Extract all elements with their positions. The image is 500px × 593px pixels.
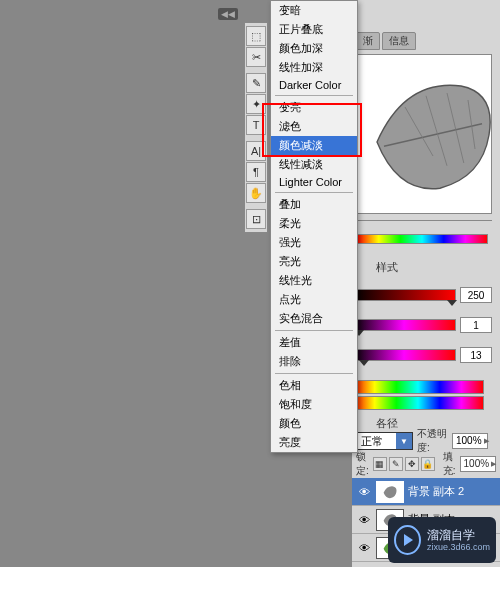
visibility-toggle-icon[interactable]: 👁 (356, 540, 372, 556)
tool-button-2[interactable]: ✂ (246, 47, 266, 67)
menu-item[interactable]: 排除 (271, 352, 357, 371)
menu-item[interactable]: 变暗 (271, 1, 357, 20)
dropdown-arrow-icon: ▼ (396, 433, 412, 449)
color-slider[interactable] (352, 289, 456, 301)
visibility-toggle-icon[interactable]: 👁 (356, 484, 372, 500)
tool-strip: ⬚ ✂ ✎ ✦ T A| ¶ ✋ ⊡ (244, 22, 268, 233)
menu-item[interactable]: 线性加深 (271, 58, 357, 77)
lock-label: 锁定: (356, 450, 369, 478)
hue-bar-2[interactable] (352, 396, 484, 410)
menu-item[interactable]: 差值 (271, 333, 357, 352)
layer-row[interactable]: 👁 背景 副本 2 (352, 478, 500, 506)
tool-button-6[interactable]: A| (246, 141, 266, 161)
styles-panel-header[interactable]: 样式 (370, 258, 492, 276)
layer-name: 背景 副本 2 (408, 484, 496, 499)
color-panel (352, 220, 492, 246)
chevron-right-icon: ▶ (491, 456, 496, 472)
menu-item[interactable]: 变亮 (271, 98, 357, 117)
color-slider[interactable] (352, 319, 456, 331)
play-icon (394, 525, 421, 555)
panel-collapse-button[interactable]: ◀◀ (218, 8, 238, 20)
menu-item[interactable]: 点光 (271, 290, 357, 309)
tool-button-7[interactable]: ¶ (246, 162, 266, 182)
tab-info[interactable]: 信息 (382, 32, 416, 50)
menu-separator (275, 192, 353, 193)
menu-item[interactable]: 线性光 (271, 271, 357, 290)
layer-thumbnail[interactable] (376, 481, 404, 503)
lock-position-icon[interactable]: ✥ (405, 457, 419, 471)
menu-item[interactable]: 柔光 (271, 214, 357, 233)
menu-item[interactable]: 颜色加深 (271, 39, 357, 58)
chevron-right-icon: ▶ (484, 433, 489, 449)
menu-separator (275, 330, 353, 331)
menu-item[interactable]: 强光 (271, 233, 357, 252)
menu-item[interactable]: 颜色 (271, 414, 357, 433)
lock-pixels-icon[interactable]: ✎ (389, 457, 403, 471)
menu-item[interactable]: Lighter Color (271, 174, 357, 190)
tool-button-1[interactable]: ⬚ (246, 26, 266, 46)
menu-item[interactable]: 色相 (271, 376, 357, 395)
tool-button-3[interactable]: ✎ (246, 73, 266, 93)
watermark-url: zixue.3d66.com (427, 542, 490, 552)
watermark-title: 溜溜自学 (427, 528, 490, 542)
tool-button-9[interactable]: ⊡ (246, 209, 266, 229)
right-panel: 渐 信息 样式 250 1 13 各径 正常 ▼ 不透明度: 100%▶ (352, 0, 500, 593)
tab-canvas[interactable]: 渐 (356, 32, 380, 50)
blend-mode-menu: 变暗 正片叠底 颜色加深 线性加深 Darker Color 变亮 滤色 颜色减… (270, 0, 358, 453)
canvas-area (0, 0, 240, 555)
image-preview (352, 54, 492, 214)
slider-row-2: 1 (352, 314, 492, 336)
tool-button-4[interactable]: ✦ (246, 94, 266, 114)
blend-mode-value: 正常 (357, 434, 396, 449)
top-tabs: 渐 信息 (356, 32, 496, 50)
slider-value[interactable]: 13 (460, 347, 492, 363)
menu-item-color-dodge[interactable]: 颜色减淡 (271, 136, 357, 155)
slider-row-3: 13 (352, 344, 492, 366)
slider-value[interactable]: 250 (460, 287, 492, 303)
lock-transparency-icon[interactable]: ▦ (373, 457, 387, 471)
fill-label: 填充: (443, 450, 456, 478)
menu-separator (275, 95, 353, 96)
blend-mode-select[interactable]: 正常 ▼ (356, 432, 413, 450)
tool-button-8[interactable]: ✋ (246, 183, 266, 203)
watermark-badge: 溜溜自学 zixue.3d66.com (388, 517, 496, 563)
leaf-image (363, 65, 492, 205)
blend-options-row: 正常 ▼ 不透明度: 100%▶ (352, 430, 492, 452)
lock-row: 锁定: ▦ ✎ ✥ 🔒 填充: 100%▶ (352, 454, 492, 474)
menu-item[interactable]: 叠加 (271, 195, 357, 214)
bottom-band (0, 567, 500, 593)
visibility-toggle-icon[interactable]: 👁 (356, 512, 372, 528)
menu-item[interactable]: 亮度 (271, 433, 357, 452)
menu-separator (275, 373, 353, 374)
menu-item[interactable]: 线性减淡 (271, 155, 357, 174)
fill-value[interactable]: 100%▶ (460, 456, 496, 472)
menu-item[interactable]: 饱和度 (271, 395, 357, 414)
color-slider[interactable] (352, 349, 456, 361)
hue-bar-1[interactable] (352, 380, 484, 394)
menu-item[interactable]: 亮光 (271, 252, 357, 271)
opacity-value[interactable]: 100%▶ (452, 433, 488, 449)
menu-item[interactable]: Darker Color (271, 77, 357, 93)
menu-item[interactable]: 滤色 (271, 117, 357, 136)
hue-strip[interactable] (356, 234, 488, 244)
slider-row-1: 250 (352, 284, 492, 306)
menu-item[interactable]: 实色混合 (271, 309, 357, 328)
lock-all-icon[interactable]: 🔒 (421, 457, 435, 471)
tool-button-5[interactable]: T (246, 115, 266, 135)
menu-item[interactable]: 正片叠底 (271, 20, 357, 39)
slider-value[interactable]: 1 (460, 317, 492, 333)
